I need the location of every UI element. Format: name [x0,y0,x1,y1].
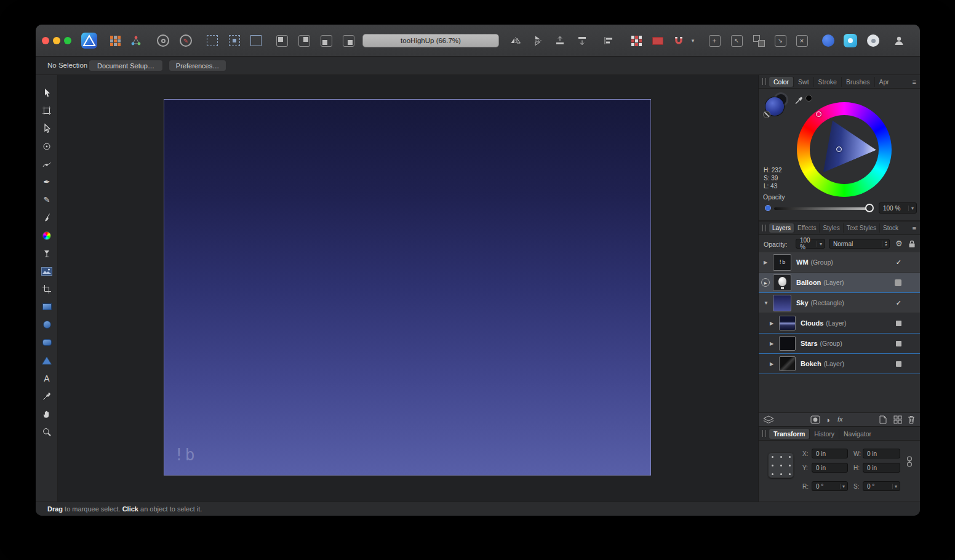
square-arrow-down-right-icon[interactable]: ↘ [773,34,787,47]
expand-arrow-icon[interactable]: ▶ [770,321,776,326]
insert-behind-icon[interactable] [275,34,289,47]
export-persona-icon[interactable] [129,34,143,47]
hand-tool[interactable] [36,405,58,423]
layer-edit-circle-icon[interactable]: ▶ [761,278,770,287]
layers-stack-icon[interactable] [763,415,774,424]
mask-icon[interactable] [810,415,820,424]
round-badge-icon[interactable] [156,34,170,47]
replace-selection-icon[interactable] [342,34,355,47]
light-circle-badge[interactable] [866,34,880,47]
text-tool[interactable]: A [36,369,58,387]
square-plus-icon[interactable]: + [708,34,721,47]
lock-icon[interactable] [908,239,916,250]
node-pen-tool[interactable] [36,155,58,173]
show-grid-icon[interactable] [629,34,643,47]
brush-tool[interactable] [36,209,58,226]
rounded-rectangle-tool[interactable] [36,334,58,351]
canvas-area[interactable]: !b [58,75,758,502]
fx-icon[interactable]: fx [837,415,843,423]
visibility-checkbox[interactable] [895,279,901,286]
move-tool[interactable] [36,84,58,102]
tab-navigator[interactable]: Navigator [839,429,876,439]
tab-layers[interactable]: Layers [769,223,794,233]
pencil-badge-icon[interactable]: ✎ [179,34,193,47]
tab-text-styles[interactable]: Text Styles [843,223,879,233]
ellipse-tool[interactable] [36,316,58,334]
affinity-designer-app-icon[interactable] [81,33,97,49]
saturation-lightness-marker[interactable] [836,146,842,152]
square-arrow-up-left-icon[interactable]: ↖ [730,34,743,47]
artboard-tool[interactable] [36,102,58,119]
expand-arrow-icon[interactable]: ▶ [770,361,776,367]
crop-tool[interactable] [36,280,58,298]
layer-thumbnail[interactable] [779,316,796,330]
layers-opacity-dropdown[interactable]: 100 % ▾ [796,239,825,249]
r-input[interactable]: 0 °▾ [812,481,848,491]
y-input[interactable]: 0 in [812,463,848,473]
color-picker-tool[interactable] [36,387,58,405]
opacity-value-dropdown[interactable]: 100 % ▾ [879,202,917,214]
hue-marker[interactable] [816,111,821,117]
snap-grid-icon[interactable] [206,34,219,47]
panel-drag-handle[interactable] [762,225,766,231]
snap-candidates-icon[interactable] [228,34,241,47]
link-dimensions-icon[interactable] [906,455,913,470]
secondary-color-dot[interactable] [805,95,812,102]
layer-row-wm[interactable]: ▶ !b WM (Group) ✓ [759,252,920,273]
layer-thumbnail[interactable] [779,336,796,351]
pen-tool[interactable]: ✒ [36,173,58,191]
panel-drag-handle[interactable] [762,78,766,85]
document-setup-button[interactable]: Document Setup… [89,60,163,71]
tab-appearance[interactable]: Apr [874,77,893,87]
adjustment-icon[interactable]: ◑ [825,415,830,425]
blend-options-gear-icon[interactable]: ⚙ [895,239,903,248]
squares-overlap-icon[interactable] [752,34,765,47]
visibility-checkbox[interactable] [896,341,901,346]
anchor-point-selector[interactable] [768,452,794,478]
tab-styles[interactable]: Styles [819,223,842,233]
tab-color[interactable]: Color [769,77,793,87]
collapse-arrow-icon[interactable]: ▼ [764,300,770,306]
pixel-persona-icon[interactable] [108,34,122,47]
move-to-back-icon[interactable] [575,34,589,47]
visibility-checkbox[interactable]: ✓ [896,258,901,266]
fill-tool[interactable] [36,244,58,262]
insert-on-top-icon[interactable] [297,34,311,47]
alignment-icon[interactable] [602,34,615,47]
layer-row-balloon[interactable]: ▶ Balloon (Layer) [759,273,920,293]
user-account-icon[interactable] [892,34,906,47]
snapping-options-chevron[interactable]: ▾ [689,34,697,47]
tab-brushes[interactable]: Brushes [841,77,874,87]
layer-thumbnail[interactable] [779,356,796,371]
preferences-button[interactable]: Preferences… [169,60,226,71]
visibility-checkbox[interactable] [896,361,901,367]
document-title-pill[interactable]: tooHighUp (66.7%) [362,34,499,47]
margins-icon[interactable] [651,34,665,47]
layer-thumbnail[interactable] [773,295,791,311]
s-input[interactable]: 0 °▾ [863,481,900,491]
tab-history[interactable]: History [809,429,839,439]
layer-thumbnail[interactable]: !b [773,254,791,271]
h-input[interactable]: 0 in [863,463,900,473]
visibility-checkbox[interactable] [896,321,901,326]
color-palette-tool[interactable] [36,226,58,244]
layer-row-sky[interactable]: ▼ Sky (Rectangle) ✓ [759,293,920,313]
snapping-magnet-icon[interactable] [672,34,685,47]
point-transform-tool[interactable] [36,137,58,155]
node-tool[interactable] [36,119,58,137]
layer-thumbnail[interactable] [773,274,791,291]
expand-arrow-icon[interactable]: ▶ [770,341,776,346]
panel-drag-handle[interactable] [762,430,766,437]
blend-mode-dropdown[interactable]: Normal ▴▾ [829,239,890,249]
place-image-tool[interactable] [36,262,58,280]
snap-bounds-icon[interactable] [249,34,263,47]
layer-row-bokeh[interactable]: ▶ Bokeh (Layer) [759,354,920,374]
minimize-window-button[interactable] [53,37,60,44]
tab-swatches[interactable]: Swt [793,77,813,87]
trash-icon[interactable] [908,415,915,424]
cyan-app-badge[interactable] [844,34,857,47]
maximize-window-button[interactable] [64,37,71,44]
rectangle-tool[interactable] [36,298,58,316]
grid-icon[interactable] [893,415,902,424]
blue-circle-badge[interactable] [821,34,835,47]
